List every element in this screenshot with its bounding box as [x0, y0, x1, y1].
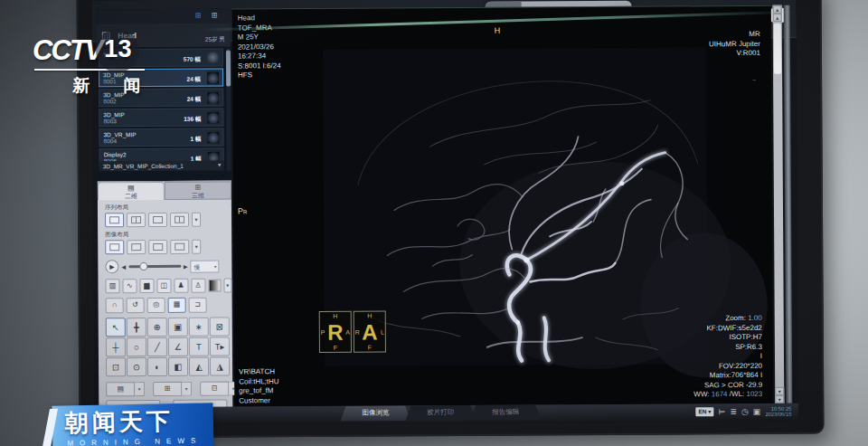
- orient-right: A: [345, 329, 350, 336]
- link-button[interactable]: ↺: [127, 298, 145, 313]
- layout-more-dropdown[interactable]: ▾: [192, 213, 201, 227]
- histogram-button[interactable]: ▆: [139, 279, 154, 293]
- magnifier-tool[interactable]: ⊙: [127, 357, 146, 376]
- save-button[interactable]: ▥: [105, 279, 119, 293]
- flip-h-tool[interactable]: ◧: [168, 357, 188, 376]
- series-item[interactable]: 3D_VR_MIP80041 幅: [99, 128, 223, 147]
- overlay-line: Coil:tHL;tHU: [239, 377, 279, 387]
- scroll-down-icon[interactable]: ▼: [775, 387, 784, 395]
- image-layout-label: 图像布局: [105, 230, 231, 239]
- speed-select[interactable]: 慢: [191, 260, 220, 272]
- zoom-tool[interactable]: ⊕: [147, 318, 167, 337]
- collection-row[interactable]: 3D_MR_VR_MIP_Collection_1▼: [99, 161, 224, 172]
- curve-button[interactable]: ∿: [122, 279, 137, 293]
- module-tab[interactable]: 报告编辑: [470, 404, 541, 420]
- layout-more-dropdown[interactable]: ▾: [192, 240, 201, 254]
- layout-card-button[interactable]: ▦: [168, 298, 186, 313]
- orientation-marker-h: H: [495, 26, 501, 36]
- cine-button[interactable]: ◫: [156, 279, 171, 293]
- angle-tool[interactable]: ∠: [168, 337, 188, 356]
- angle-measure-tool[interactable]: ◭: [189, 357, 209, 376]
- series-list-scrollbar[interactable]: [226, 48, 231, 170]
- viewport-scrollbar[interactable]: ▲ ▲ ▼ ▼: [773, 5, 785, 403]
- line-tool[interactable]: ╱: [147, 337, 167, 356]
- export-combo[interactable]: ▤▾: [106, 382, 145, 396]
- clock-icon[interactable]: ◷: [741, 405, 749, 418]
- tab-2d[interactable]: ▤二维: [98, 182, 165, 200]
- window-combo[interactable]: ⊟▾: [200, 381, 239, 395]
- language-indicator[interactable]: EN ▾: [695, 407, 713, 416]
- toolbar-row-edit: ∩↺◎▦⊐: [106, 297, 232, 313]
- crop-tool[interactable]: ▣: [168, 318, 188, 337]
- scroll-down-icon[interactable]: ▼: [775, 395, 784, 403]
- layout-grid-button[interactable]: [170, 240, 189, 254]
- layers-icon: ▤: [99, 184, 164, 192]
- window-gradient-swatch[interactable]: [208, 280, 221, 292]
- layout-1x1-button[interactable]: [105, 240, 124, 254]
- toolbox-icon[interactable]: ▣: [753, 405, 761, 418]
- layout-grid-button[interactable]: [170, 213, 189, 227]
- overlay-bottom-right: Zoom: 1.00KF:DWIF:s5e2d2ISOTP:H7SP:R6.3I…: [693, 314, 762, 400]
- body-front-button[interactable]: ♟: [174, 279, 188, 293]
- tools-panel: ▤二维 ⊞三维 序列布局 ▾ 图像布局: [98, 180, 233, 409]
- pan-tool[interactable]: ╋: [127, 318, 146, 337]
- mra-brain-image: [232, 6, 774, 408]
- series-count: 136 幅: [184, 116, 201, 124]
- grid-view-icon[interactable]: ⊞: [193, 12, 203, 21]
- image-viewport[interactable]: HeadTOF_MRAM 25Y2021/03/2616:27:34S:8001…: [232, 5, 774, 407]
- rotate-3d-tool[interactable]: ◮: [210, 356, 230, 375]
- layout-2x1-button[interactable]: [148, 213, 167, 227]
- play-button[interactable]: ▶: [105, 260, 118, 273]
- module-tab[interactable]: 图像浏览: [340, 405, 410, 421]
- module-tab[interactable]: 胶片打印: [405, 405, 476, 421]
- overlay-line: gre_tof_fM: [239, 386, 279, 396]
- combo-buttons: ▤▾⊞▾⊟▾: [106, 381, 232, 396]
- delete-box-tool[interactable]: ⊠: [210, 317, 230, 336]
- sparkle-tool[interactable]: ∗: [189, 318, 209, 337]
- layout-1x2-button[interactable]: [127, 240, 146, 254]
- ellipse-tool[interactable]: ○: [127, 337, 146, 356]
- overlay-line: MR: [709, 30, 760, 40]
- layout-2x1-button[interactable]: [148, 240, 167, 254]
- text-tool[interactable]: T: [189, 337, 209, 356]
- crosshair-tool[interactable]: ┼: [106, 337, 126, 356]
- target-button[interactable]: ◎: [147, 298, 165, 313]
- step-back-icon[interactable]: ◀: [121, 263, 126, 270]
- cursor-tool[interactable]: ↖: [106, 318, 126, 337]
- series-item[interactable]: 3D_MIP8003136 幅: [99, 109, 223, 128]
- series-layout-buttons: ▾: [105, 212, 231, 227]
- playlist-icon[interactable]: ⊨: [719, 405, 726, 418]
- overlay-bottom-left: VR\BATCHCoil:tHL;tHUgre_tof_fMCustomer: [239, 367, 279, 405]
- series-thumbnail: [206, 71, 220, 85]
- cine-slider[interactable]: [128, 265, 181, 268]
- system-tray: EN ▾ ⊨ ≣ ◷ ▣ 10:50:25 2023/06/15: [695, 405, 791, 419]
- series-thumbnail: [206, 111, 220, 125]
- tab-3d[interactable]: ⊞三维: [165, 181, 231, 199]
- body-side-button[interactable]: ♙: [191, 279, 205, 293]
- step-forward-icon[interactable]: ▶: [184, 263, 188, 270]
- chevron-down-icon[interactable]: ▾: [135, 382, 145, 396]
- annotate-combo[interactable]: ⊞▾: [153, 382, 192, 396]
- overlay-top-right: MRUIHuMR JupiterV:R001: [709, 30, 760, 59]
- scroll-up-icon[interactable]: ▲: [773, 14, 782, 22]
- list-view-icon[interactable]: ⊞: [210, 12, 220, 21]
- orientation-cube: HAFRL: [354, 310, 386, 352]
- toolbar-row-display: ▥∿▆◫♟♙▾: [105, 278, 231, 293]
- layout-1x1-button[interactable]: [105, 213, 124, 227]
- layout-1x2-button[interactable]: [127, 213, 146, 227]
- menu-icon[interactable]: ≣: [730, 405, 737, 418]
- invert-tool[interactable]: ◐: [147, 357, 167, 376]
- hook-button[interactable]: ∩: [106, 298, 124, 313]
- clock-display: 10:50:25 2023/06/15: [765, 405, 791, 417]
- gradient-dropdown[interactable]: ▾: [223, 278, 232, 292]
- scrollbar-thumb[interactable]: [774, 24, 781, 74]
- undo-box-button[interactable]: ⊐: [189, 298, 207, 313]
- chevron-down-icon[interactable]: ▾: [182, 382, 192, 396]
- text-arrow-tool[interactable]: T▸: [210, 337, 230, 356]
- overlay-line: FOV:220*220: [693, 361, 762, 371]
- monitor-bezel: 5 向前 ▾ Head TOF_MRA 25岁 UNITED 联影 IMAGIN…: [76, 0, 824, 439]
- slider-knob[interactable]: [139, 262, 147, 270]
- tool-grid: ↖╋⊕▣∗⊠┼○╱∠TT▸⊡⊙◐◧◭◮: [106, 317, 232, 376]
- overlay-line: Head: [238, 14, 281, 24]
- roi-zoom-tool[interactable]: ⊡: [106, 357, 126, 376]
